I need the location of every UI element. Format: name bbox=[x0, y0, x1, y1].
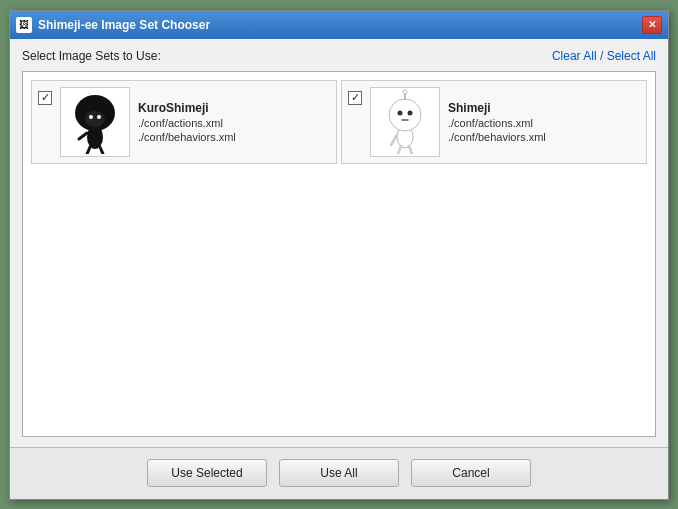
svg-point-5 bbox=[85, 111, 105, 127]
use-selected-button[interactable]: Use Selected bbox=[147, 459, 267, 487]
separator: / bbox=[597, 49, 607, 63]
close-button[interactable]: ✕ bbox=[642, 16, 662, 34]
clear-select-all-link[interactable]: Clear All / Select All bbox=[552, 49, 656, 63]
item-path1-kuroshimeji: ./conf/actions.xml bbox=[138, 117, 330, 129]
svg-line-3 bbox=[79, 133, 87, 139]
svg-point-7 bbox=[97, 115, 101, 119]
select-label: Select Image Sets to Use: bbox=[22, 49, 161, 63]
title-bar-left: 🖼 Shimeji-ee Image Set Chooser bbox=[16, 17, 210, 33]
list-inner: KuroShimeji ./conf/actions.xml ./conf/be… bbox=[23, 72, 655, 172]
svg-point-6 bbox=[89, 115, 93, 119]
item-name-kuroshimeji: KuroShimeji bbox=[138, 101, 330, 115]
svg-point-12 bbox=[389, 99, 421, 131]
svg-point-14 bbox=[408, 111, 413, 116]
item-thumbnail-shimeji bbox=[370, 87, 440, 157]
list-item: Shimeji ./conf/actions.xml ./conf/behavi… bbox=[341, 80, 647, 164]
svg-point-13 bbox=[398, 111, 403, 116]
cancel-button[interactable]: Cancel bbox=[411, 459, 531, 487]
list-item: KuroShimeji ./conf/actions.xml ./conf/be… bbox=[31, 80, 337, 164]
item-path2-shimeji: ./conf/behaviors.xml bbox=[448, 131, 640, 143]
item-path1-shimeji: ./conf/actions.xml bbox=[448, 117, 640, 129]
item-checkbox-shimeji[interactable] bbox=[348, 91, 362, 105]
item-checkbox-kuroshimeji[interactable] bbox=[38, 91, 52, 105]
svg-line-9 bbox=[398, 146, 401, 154]
window-icon: 🖼 bbox=[16, 17, 32, 33]
svg-line-2 bbox=[100, 147, 103, 154]
title-buttons: ✕ bbox=[642, 16, 662, 34]
item-info-shimeji: Shimeji ./conf/actions.xml ./conf/behavi… bbox=[448, 101, 640, 143]
clear-all-label[interactable]: Clear All bbox=[552, 49, 597, 63]
svg-line-10 bbox=[409, 146, 412, 154]
item-thumbnail-kuroshimeji bbox=[60, 87, 130, 157]
image-set-list[interactable]: KuroShimeji ./conf/actions.xml ./conf/be… bbox=[22, 71, 656, 437]
title-bar: 🖼 Shimeji-ee Image Set Chooser ✕ bbox=[10, 11, 668, 39]
content-area: Select Image Sets to Use: Clear All / Se… bbox=[10, 39, 668, 447]
main-window: 🖼 Shimeji-ee Image Set Chooser ✕ Select … bbox=[9, 10, 669, 500]
use-all-button[interactable]: Use All bbox=[279, 459, 399, 487]
item-info-kuroshimeji: KuroShimeji ./conf/actions.xml ./conf/be… bbox=[138, 101, 330, 143]
window-title: Shimeji-ee Image Set Chooser bbox=[38, 18, 210, 32]
footer: Use Selected Use All Cancel bbox=[10, 447, 668, 499]
item-path2-kuroshimeji: ./conf/behaviors.xml bbox=[138, 131, 330, 143]
item-name-shimeji: Shimeji bbox=[448, 101, 640, 115]
svg-line-1 bbox=[87, 147, 90, 154]
header-row: Select Image Sets to Use: Clear All / Se… bbox=[22, 49, 656, 63]
svg-line-11 bbox=[391, 135, 397, 145]
svg-point-17 bbox=[403, 90, 407, 94]
select-all-label[interactable]: Select All bbox=[607, 49, 656, 63]
